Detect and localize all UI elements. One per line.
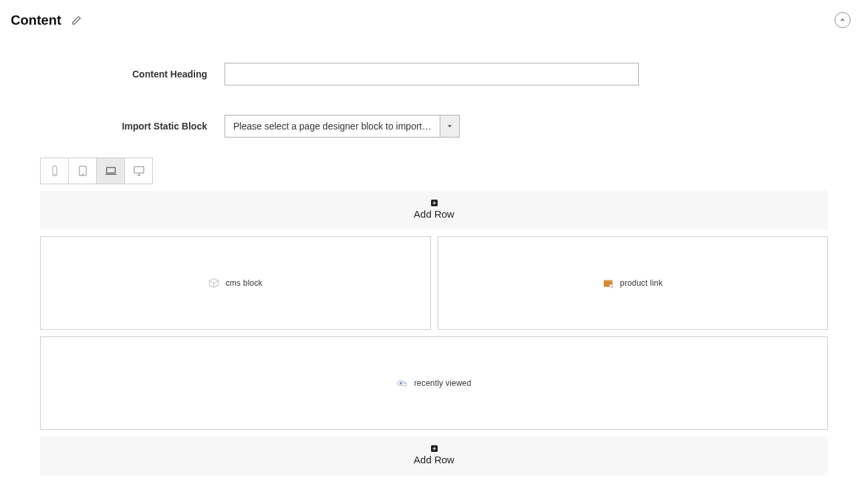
svg-rect-5 — [106, 168, 115, 173]
designer-area: Add Row cms block product link — [0, 158, 868, 495]
section-title-wrap: Content — [11, 13, 83, 28]
svg-marker-13 — [209, 278, 218, 283]
section-header: Content — [0, 0, 868, 36]
svg-rect-1 — [53, 166, 57, 176]
add-row-top[interactable]: Add Row — [40, 191, 828, 230]
add-row-label: Add Row — [414, 454, 454, 465]
plus-icon — [430, 199, 438, 207]
viewport-desktop[interactable] — [124, 158, 153, 184]
add-row-bottom[interactable]: Add Row — [40, 437, 828, 475]
block-product-link[interactable]: product link — [438, 236, 829, 330]
edit-icon[interactable] — [71, 14, 83, 26]
svg-rect-7 — [134, 167, 143, 174]
block-cms[interactable]: cms block — [40, 236, 431, 330]
form-area: Content Heading Import Static Block Plea… — [0, 36, 868, 158]
import-block-select[interactable]: Please select a page designer block to i… — [225, 115, 460, 138]
content-heading-input[interactable] — [225, 63, 639, 85]
import-block-row: Import Static Block Please select a page… — [11, 115, 857, 138]
content-heading-label: Content Heading — [11, 69, 225, 79]
svg-line-18 — [612, 287, 613, 288]
eye-icon — [397, 378, 408, 389]
block-label: cms block — [226, 278, 263, 288]
svg-marker-0 — [447, 125, 452, 128]
viewport-tabs — [40, 158, 828, 184]
viewport-tablet[interactable] — [68, 158, 97, 184]
viewport-laptop[interactable] — [96, 158, 125, 184]
viewport-phone[interactable] — [40, 158, 69, 184]
svg-point-17 — [609, 284, 613, 288]
block-label: recently viewed — [414, 379, 472, 388]
block-label: product link — [620, 278, 663, 288]
svg-point-4 — [82, 174, 83, 175]
add-row-label: Add Row — [414, 208, 454, 220]
section-title: Content — [11, 13, 61, 28]
block-recently-viewed[interactable]: recently viewed — [40, 336, 828, 430]
designer-row-2: recently viewed — [40, 336, 828, 430]
designer-row-1: cms block product link — [40, 236, 828, 330]
chevron-down-icon — [440, 115, 460, 138]
box-icon — [603, 278, 613, 288]
svg-rect-16 — [604, 280, 612, 282]
collapse-button[interactable] — [835, 12, 851, 28]
import-block-selected: Please select a page designer block to i… — [225, 115, 440, 138]
content-heading-row: Content Heading — [11, 63, 857, 85]
svg-point-20 — [400, 382, 402, 384]
plus-icon — [430, 445, 438, 453]
cube-icon — [208, 278, 219, 288]
import-block-label: Import Static Block — [11, 121, 225, 132]
